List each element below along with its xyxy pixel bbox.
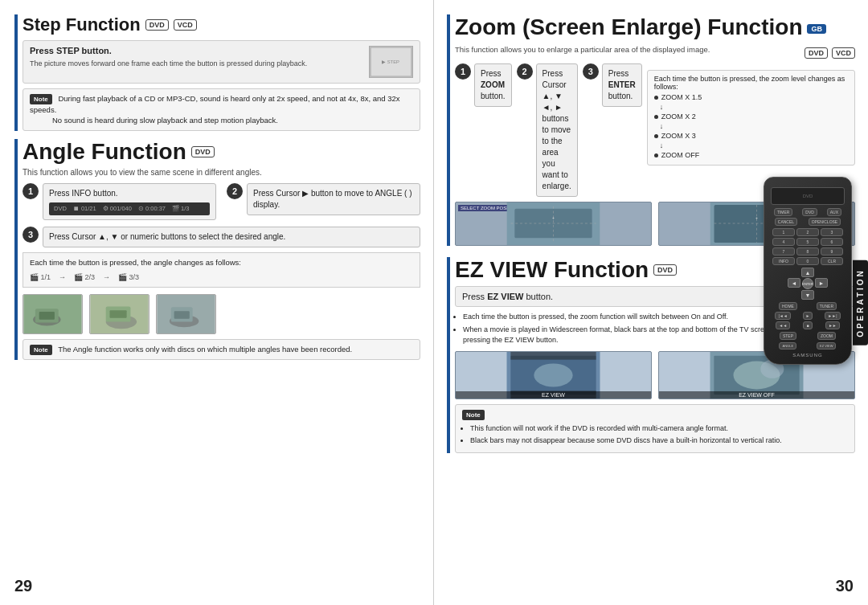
zoom-subtitle: This function allows you to enlarge a pa…	[455, 45, 710, 54]
angle-step1-num: 1	[23, 183, 39, 199]
angle-step3-num: 3	[23, 227, 39, 243]
angle-info-box: Each time the button is pressed, the ang…	[23, 252, 420, 288]
zoom-level-label-1: ZOOM X 1.5	[661, 93, 702, 101]
angle-step2-container: 2 Press Cursor ▶ button to move to ANGLE…	[227, 183, 420, 215]
remote-btn-0[interactable]: 0	[796, 257, 819, 265]
ez-note-2: Black bars may not disappear because som…	[470, 435, 848, 447]
remote-cancel-btn[interactable]: CANCEL	[775, 218, 797, 226]
remote-btn-4[interactable]: 4	[772, 238, 795, 246]
remote-play-btn[interactable]: ►	[803, 312, 813, 320]
remote-prev-btn[interactable]: |◄◄	[775, 312, 790, 320]
remote-ezview-btn[interactable]: EZ VIEW	[817, 342, 836, 350]
remote-misc-row: ANGLE EZ VIEW	[769, 342, 846, 350]
remote-btn-clear[interactable]: CLR	[821, 257, 843, 265]
remote-left-btn[interactable]: ◄	[788, 278, 800, 288]
remote-ff-btn[interactable]: ►►	[825, 321, 840, 329]
angle-step3-text: Press Cursor ▲, ▼ or numeric buttons to …	[49, 232, 285, 241]
angle-step1-content: Press INFO button. DVD ⏹ 01/21 ⚙ 001/040…	[43, 183, 216, 221]
zoom-dot-2	[654, 115, 658, 119]
status-item2: ⏹ 01/21	[73, 205, 96, 214]
remote-btn-8[interactable]: 8	[796, 247, 819, 255]
zoom-badges-row: This function allows you to enlarge a pa…	[455, 45, 855, 60]
remote-btn-9[interactable]: 9	[821, 247, 843, 255]
svg-rect-14	[174, 311, 190, 319]
zoom-step3-note: Each time the button is pressed, the zoo…	[654, 75, 848, 91]
remote-next-btn[interactable]: ►►|	[825, 312, 840, 320]
step-screen-img: ▶ STEP	[369, 46, 413, 78]
remote-btn-7[interactable]: 7	[772, 247, 795, 255]
remote-btn-1[interactable]: 1	[772, 228, 795, 236]
remote-transport-row1: |◄◄ ► ►►|	[769, 312, 846, 320]
remote-home-btn[interactable]: HOME	[779, 302, 797, 310]
remote-enter-btn[interactable]: ENTER	[802, 278, 813, 289]
remote-right-btn[interactable]: ►	[815, 278, 828, 288]
remote-step-btn[interactable]: STEP	[780, 332, 796, 340]
step-box: Press STEP button. The picture moves for…	[23, 40, 420, 84]
status-item3: ⚙ 001/040	[103, 205, 132, 214]
remote-aux-btn[interactable]: AUX	[827, 208, 841, 216]
angle-info-text: Each time the button is pressed, the ang…	[30, 257, 413, 268]
remote-timer-btn[interactable]: TIMER	[774, 208, 793, 216]
remote-zoom-btn[interactable]: ZOOM	[817, 332, 836, 340]
ez-note-1: This function will not work if the DVD i…	[470, 423, 848, 435]
remote-control: DVD TIMER DVD AUX CANCEL OPEN/CLOSE 1 2 …	[764, 177, 860, 365]
zoom-step2-content: Press Cursor ▲, ▼ ◄, ► buttons to move t…	[536, 63, 578, 197]
angle-function-title: Angle Function DVD	[23, 139, 420, 165]
angle-step2-num: 2	[227, 183, 243, 199]
remote-down-btn[interactable]: ▼	[801, 290, 814, 300]
zoom-step2-text: Press Cursor ▲, ▼ ◄, ► buttons to move t…	[542, 69, 571, 190]
angle-row3: 🎬 3/3	[118, 272, 139, 284]
remote-tuner-btn[interactable]: TUNER	[817, 302, 837, 310]
zoom-title: Zoom (Screen Enlarge) Function	[455, 14, 802, 40]
dvd-badge: DVD	[145, 19, 169, 31]
remote-btn-6[interactable]: 6	[821, 238, 843, 246]
step-box-content: Press STEP button. The picture moves for…	[30, 46, 362, 69]
zoom-step3-content: Press ENTER button.	[602, 63, 642, 107]
remote-screen: DVD	[771, 187, 845, 205]
angle-step3-container: 3 Press Cursor ▲, ▼ or numeric buttons t…	[23, 227, 420, 247]
zoom-arrow-3: ↓	[660, 141, 848, 149]
zoom-step1-content: Press ZOOM button.	[474, 63, 512, 107]
remote-angle-btn[interactable]: ANGLE	[779, 342, 796, 350]
ez-screen-on-label: EZ VIEW	[456, 391, 651, 399]
remote-btn-3[interactable]: 3	[821, 228, 843, 236]
svg-rect-27	[510, 352, 596, 360]
gb-badge: GB	[807, 24, 826, 34]
zoom-vcd-badge: VCD	[832, 47, 855, 59]
ez-press-text: Press EZ VIEW button.	[462, 292, 553, 301]
zoom-level-2: ZOOM X 2	[654, 112, 848, 121]
remote-extra-row: STEP ZOOM	[769, 332, 846, 340]
note-label: Note	[30, 94, 52, 104]
zoom-level-label-2: ZOOM X 2	[661, 112, 696, 121]
remote-open-btn[interactable]: OPEN/CLOSE	[809, 218, 841, 226]
angle-step1-container: 1 Press INFO button. DVD ⏹ 01/21 ⚙ 001/0…	[23, 183, 216, 221]
remote-btn-info[interactable]: INFO	[772, 257, 795, 265]
zoom-arrow-2: ↓	[660, 122, 848, 130]
angle-row1: 🎬 1/1	[30, 272, 51, 284]
press-step-label: Press STEP button.	[30, 46, 362, 55]
zoom-step3-num: 3	[583, 63, 599, 80]
zoom-label: Zoom (Screen Enlarge) Function	[455, 14, 802, 40]
remote-dvd-btn[interactable]: DVD	[802, 208, 817, 216]
remote-btn-5[interactable]: 5	[796, 238, 819, 246]
zoom-step3-text: Press ENTER button.	[608, 69, 636, 100]
remote-dpad: ▲ ◄ ENTER ► ▼	[788, 268, 828, 300]
zoom-dot-3	[654, 134, 658, 138]
dvd-status-bar: DVD ⏹ 01/21 ⚙ 001/040 ⊙ 0:00:37 🎬 1/3	[49, 202, 210, 216]
left-half: Step Function DVD VCD Press STEP button.…	[0, 0, 434, 605]
remote-stop-btn[interactable]: ■	[803, 321, 812, 329]
angle-steps-12: 1 Press INFO button. DVD ⏹ 01/21 ⚙ 001/0…	[23, 183, 420, 221]
angle-note-text: The Angle function works only with discs…	[58, 345, 352, 354]
arrow2: →	[103, 272, 110, 284]
ez-view-label: EZ VIEW Function	[455, 257, 649, 283]
svg-rect-6	[39, 312, 55, 320]
remote-top-buttons: TIMER DVD AUX	[769, 208, 846, 216]
zoom-level-1: ZOOM X 1.5	[654, 93, 848, 101]
ez-note-label: Note	[462, 410, 485, 420]
step-function-label: Step Function	[23, 14, 141, 35]
remote-second-row: CANCEL OPEN/CLOSE	[769, 218, 846, 226]
remote-up-btn[interactable]: ▲	[801, 268, 814, 277]
remote-btn-2[interactable]: 2	[796, 228, 819, 236]
remote-rew-btn[interactable]: ◄◄	[776, 321, 790, 329]
ez-note-list: This function will not work if the DVD i…	[462, 423, 848, 447]
